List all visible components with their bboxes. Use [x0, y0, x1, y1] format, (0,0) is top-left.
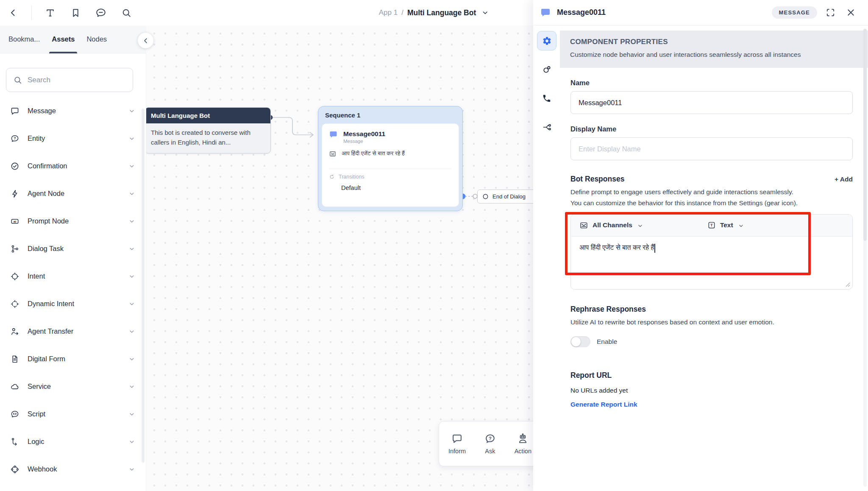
chevron-down-icon[interactable]: [128, 190, 136, 198]
inform-icon: [451, 433, 463, 444]
chevron-down-icon[interactable]: [128, 465, 136, 473]
display-name-label: Display Name: [570, 125, 853, 133]
logic-icon: [10, 437, 19, 446]
response-editor-header: All Channels Text: [571, 215, 852, 237]
response-text-area[interactable]: आप हिंदी एजेंट से बात कर रहे हैं: [571, 237, 852, 260]
display-name-field[interactable]: [570, 137, 853, 160]
sidebar-item-webhook[interactable]: Webhook: [0, 455, 146, 483]
report-url-empty: No URLs added yet: [570, 387, 853, 394]
sidebar-item-confirmation[interactable]: Confirmation: [0, 152, 146, 180]
node-type-badge: MESSAGE: [772, 6, 817, 19]
tab-connections[interactable]: [537, 117, 556, 137]
message-node-card[interactable]: Message0011 Message आप हिंदी एजेंट से बा…: [322, 123, 459, 207]
action-button[interactable]: Action: [515, 433, 531, 455]
comment-button[interactable]: [94, 6, 108, 20]
chevron-down-icon[interactable]: [128, 107, 136, 115]
tab-nodes[interactable]: Nodes: [81, 25, 113, 53]
bot-node-title: Multi Language Bot: [146, 108, 270, 123]
channel-dropdown[interactable]: All Channels: [579, 221, 644, 230]
bot-responses-desc-1: Define prompt to engage users effectivel…: [570, 187, 853, 197]
breadcrumb-app[interactable]: App 1: [379, 8, 398, 17]
bookmark-button[interactable]: [68, 6, 83, 20]
action-icon: [517, 433, 529, 444]
close-icon[interactable]: [843, 6, 858, 20]
bot-node-description: This bot is created to converse with cal…: [146, 123, 270, 153]
sidebar-item-agent-node[interactable]: Agent Node: [0, 180, 146, 207]
resize-handle[interactable]: [845, 282, 850, 287]
search-input[interactable]: [28, 76, 126, 84]
name-field[interactable]: [570, 91, 853, 114]
channels-icon: [579, 221, 588, 230]
tab-bookmarks[interactable]: Bookma...: [3, 25, 46, 53]
rephrase-enable-toggle[interactable]: [570, 336, 590, 347]
chevron-down-icon[interactable]: [128, 134, 136, 142]
sidebar-item-digital-form[interactable]: Digital Form: [0, 345, 146, 373]
chevron-down-icon[interactable]: [128, 355, 136, 363]
chevron-down-icon[interactable]: [128, 438, 136, 446]
sidebar-scrollbar[interactable]: [142, 109, 145, 463]
transition-default[interactable]: Default: [341, 184, 452, 191]
inform-button[interactable]: Inform: [448, 433, 466, 455]
message-bubble-icon: [329, 130, 338, 139]
chevron-down-icon[interactable]: [128, 327, 136, 335]
tab-instance-properties[interactable]: [537, 60, 556, 79]
bot-root-node[interactable]: Multi Language Bot This bot is created t…: [146, 107, 271, 153]
message-bubble-icon: [540, 7, 551, 18]
end-of-dialog-node[interactable]: End of Dialog: [477, 190, 533, 204]
chevron-down-icon[interactable]: [128, 382, 136, 391]
section-title: COMPONENT PROPERTIES: [570, 38, 858, 46]
end-circle-icon: [482, 193, 489, 200]
tab-assets[interactable]: Assets: [46, 25, 81, 53]
chevron-down-icon[interactable]: [481, 8, 489, 17]
sidebar-item-intent[interactable]: Intent: [0, 262, 146, 290]
tab-component-properties[interactable]: [537, 31, 556, 50]
chevron-down-icon[interactable]: [128, 217, 136, 225]
back-button[interactable]: [6, 6, 20, 20]
panel-content: COMPONENT PROPERTIES Customize node beha…: [560, 25, 868, 491]
sidebar-item-logic[interactable]: Logic: [0, 428, 146, 455]
panel-title: Message0011: [557, 8, 766, 17]
chevron-down-icon[interactable]: [128, 245, 136, 253]
script-icon: [10, 410, 19, 419]
search-button[interactable]: [119, 6, 134, 20]
generate-report-link[interactable]: Generate Report Link: [570, 401, 853, 408]
panel-header: Message0011 MESSAGE: [533, 0, 868, 25]
sidebar-collapse-button[interactable]: [138, 33, 153, 48]
chevron-down-icon[interactable]: [128, 272, 136, 280]
sidebar-item-prompt-node[interactable]: Prompt Node: [0, 207, 146, 235]
intent-icon: [10, 272, 19, 281]
response-editor: All Channels Text आप हिंदी एजेंट से बात …: [570, 214, 853, 290]
chevron-down-icon[interactable]: [128, 162, 136, 170]
section-header: COMPONENT PROPERTIES Customize node beha…: [560, 31, 868, 68]
sidebar-item-dialog-task[interactable]: Dialog Task: [0, 235, 146, 262]
message-node-type: Message: [343, 139, 385, 144]
search-icon: [13, 75, 22, 85]
chevron-down-icon[interactable]: [128, 300, 136, 308]
transitions-label: Transitions: [339, 174, 364, 180]
sidebar-item-message[interactable]: Message: [0, 97, 146, 125]
chevron-down-icon[interactable]: [128, 410, 136, 418]
sidebar-item-entity[interactable]: Entity: [0, 125, 146, 152]
sidebar-item-script[interactable]: Script: [0, 400, 146, 428]
message-node-response: आप हिंदी एजेंट से बात कर रहे हैं: [342, 150, 405, 157]
entity-icon: [10, 134, 19, 143]
flow-canvas[interactable]: Multi Language Bot This bot is created t…: [146, 25, 533, 491]
webhook-icon: [10, 465, 19, 474]
sequence-group-node[interactable]: Sequence 1 Message0011 Message आप हिंदी …: [318, 106, 463, 211]
add-response-button[interactable]: + Add: [835, 176, 853, 183]
tab-voice-properties[interactable]: [537, 89, 556, 108]
sidebar-item-service[interactable]: Service: [0, 373, 146, 400]
sequence-title: Sequence 1: [318, 106, 462, 122]
text-tool-button[interactable]: [43, 6, 57, 20]
top-bar: App 1 / Multi Language Bot: [0, 0, 533, 25]
format-dropdown[interactable]: Text: [707, 221, 745, 229]
expand-icon[interactable]: [823, 6, 837, 20]
sidebar-item-dynamic-intent[interactable]: Dynamic Intent: [0, 290, 146, 318]
sidebar-item-agent-transfer[interactable]: Agent Transfer: [0, 318, 146, 345]
assets-sidebar: Message Entity Confirmation Agent Node P…: [0, 53, 146, 491]
ask-button[interactable]: Ask: [484, 433, 496, 455]
breadcrumb-current[interactable]: Multi Language Bot: [407, 8, 476, 17]
section-description: Customize node behavior and user interac…: [570, 50, 837, 59]
agent-transfer-icon: [10, 327, 19, 336]
panel-scrollbar[interactable]: [863, 29, 867, 487]
